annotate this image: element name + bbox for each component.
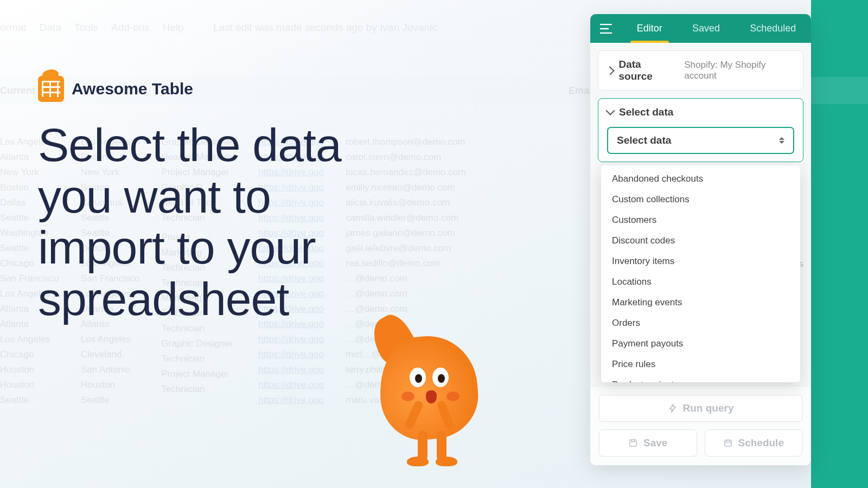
tab-scheduled[interactable]: Scheduled — [745, 14, 800, 43]
save-button[interactable]: Save — [599, 429, 697, 457]
dropdown-option[interactable]: Price rules — [601, 354, 800, 375]
menu-toggle-button[interactable] — [590, 14, 622, 43]
dropdown-option[interactable]: Discount codes — [601, 230, 800, 251]
save-icon — [628, 438, 638, 448]
tab-editor[interactable]: Editor — [633, 14, 667, 43]
data-source-label: Data source — [618, 59, 674, 82]
dropdown-option[interactable]: Customers — [601, 210, 800, 230]
panel-footer: Run query Save Schedule — [590, 386, 811, 465]
dropdown-option[interactable]: Payment payouts — [601, 333, 800, 354]
select-sort-icon — [779, 137, 784, 144]
brand-lockup: Awesome Table — [38, 76, 193, 102]
marketing-headline: Select the data you want to import to yo… — [38, 119, 385, 324]
panel-header: Editor Saved Scheduled — [590, 14, 811, 43]
select-data-dropdown-trigger[interactable]: Select data — [607, 127, 794, 154]
calendar-icon — [723, 438, 733, 448]
select-data-header[interactable]: Select data — [607, 106, 794, 118]
select-data-accordion: Select data Select data — [598, 98, 803, 162]
flame-mascot-illustration — [372, 331, 491, 472]
chevron-down-icon — [606, 106, 615, 115]
chevron-right-icon — [605, 66, 615, 75]
awesome-table-logo-icon — [38, 76, 64, 102]
dropdown-option[interactable]: Marketing events — [601, 292, 800, 313]
panel-tabs: Editor Saved Scheduled — [622, 14, 811, 43]
dropdown-option[interactable]: Abandoned checkouts — [601, 169, 800, 189]
dropdown-option[interactable]: Locations — [601, 272, 800, 292]
dropdown-option[interactable]: Custom collections — [601, 189, 800, 210]
connector-side-panel: Editor Saved Scheduled Data source Shopi… — [590, 14, 811, 465]
select-data-placeholder: Select data — [617, 134, 671, 146]
schedule-button[interactable]: Schedule — [705, 429, 803, 457]
svg-rect-1 — [725, 440, 731, 446]
data-source-value: Shopify: My Shopify account — [684, 60, 794, 81]
dropdown-option[interactable]: Orders — [601, 313, 800, 333]
dropdown-option[interactable]: Inventory items — [601, 251, 800, 272]
svg-rect-0 — [630, 440, 636, 446]
run-query-button[interactable]: Run query — [599, 395, 802, 422]
data-source-accordion[interactable]: Data source Shopify: My Shopify account — [598, 50, 803, 91]
select-data-label: Select data — [619, 106, 673, 118]
brand-name: Awesome Table — [72, 80, 193, 98]
hamburger-icon — [600, 24, 612, 34]
dropdown-option[interactable]: Product variants — [601, 375, 800, 382]
bolt-icon — [668, 403, 678, 413]
tab-saved[interactable]: Saved — [688, 14, 724, 43]
select-data-dropdown-menu: Abandoned checkoutsCustom collectionsCus… — [601, 165, 800, 382]
